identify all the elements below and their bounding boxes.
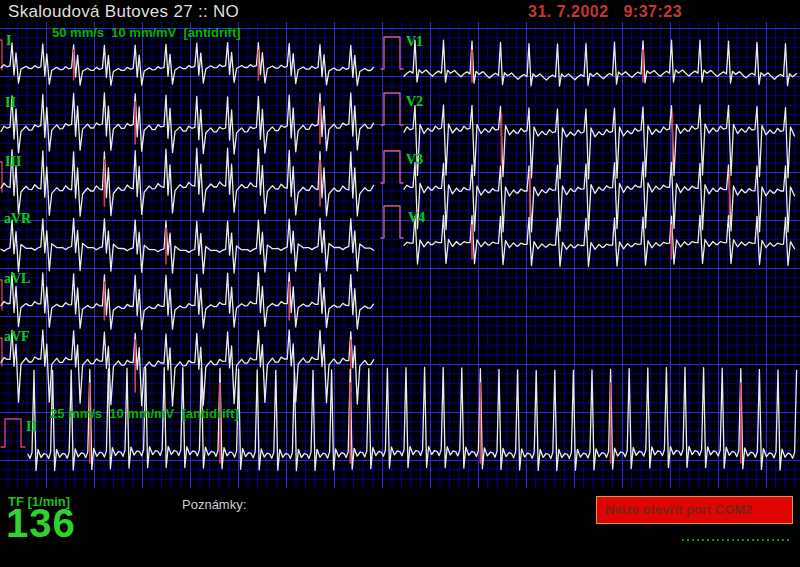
title-bar: Skaloudová Butoves 27 :: NO 31. 7.2002 9… xyxy=(0,0,800,22)
datetime: 31. 7.2002 9:37:23 xyxy=(528,3,682,21)
ecg-app-window: Skaloudová Butoves 27 :: NO 31. 7.2002 9… xyxy=(0,0,800,567)
dotted-indicator-line xyxy=(682,539,792,541)
speed-settings-top: 50 mm/s 10 mm/mV [antidrift] xyxy=(52,25,241,40)
patient-title: Skaloudová Butoves 27 :: NO xyxy=(8,2,239,22)
error-message: Nelze otevřít port COM2 xyxy=(597,497,792,517)
ecg-traces xyxy=(0,0,800,567)
speed-settings-bottom: 25 mm/s 10 mm/mV [antidrift] xyxy=(50,406,239,421)
notes-label: Poznámky: xyxy=(182,497,246,512)
error-dialog[interactable]: Nelze otevřít port COM2 xyxy=(596,496,793,524)
heart-rate-value: 136 xyxy=(6,503,76,543)
